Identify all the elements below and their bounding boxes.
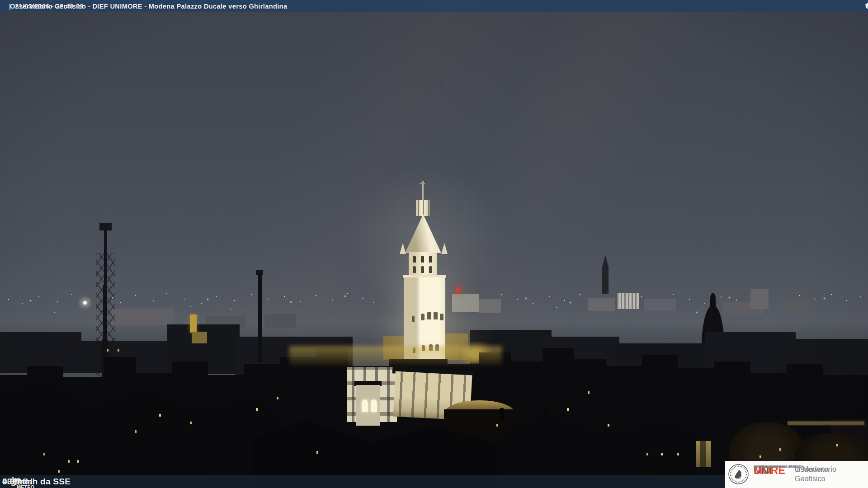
horizon-building [750, 289, 769, 309]
rain-value: 0.0 mm [2, 477, 33, 487]
street-light [83, 301, 87, 305]
horizon-building [782, 300, 809, 313]
lit-arched-window [371, 399, 377, 412]
horizon-building [264, 314, 296, 328]
weathercam-word2: CAM [865, 2, 868, 11]
page-title: Osservatorio Geofisico - DIEF UNIMORE - … [10, 3, 287, 10]
horizon-building [588, 298, 615, 311]
dark-roofs-left [0, 384, 280, 488]
lit-arched-window [362, 399, 368, 412]
ghirlandina-tower [397, 181, 452, 361]
red-beacon-light [456, 287, 461, 292]
lit-roofline [788, 421, 864, 425]
antenna-top-box [99, 223, 112, 230]
floodlight-glow [289, 346, 502, 367]
roof-statue [500, 408, 504, 421]
tower-spire [405, 214, 441, 253]
tower-lantern [416, 200, 429, 216]
unimore-logo-box: UNIMORE UNIVERSITÀ DEGLI STUDI DI MODENA… [725, 461, 868, 488]
horizon-building [111, 309, 174, 325]
lit-facade [192, 332, 207, 343]
unimore-subtitle-2: MODENA E REGGIO EMILIA [754, 465, 801, 469]
church-spire-silhouette [602, 255, 609, 294]
horizon-building [644, 299, 676, 311]
lit-bell-tower [190, 314, 197, 333]
lit-apartment-block [617, 293, 639, 309]
tower-belfry [409, 252, 437, 277]
webcam-viewport: 21/03/2026 - 22:40:09 | Osservatorio Geo… [0, 0, 868, 488]
unimore-seal-icon [728, 464, 749, 485]
header-bar: 21/03/2026 - 22:40:09 | Osservatorio Geo… [0, 0, 868, 12]
